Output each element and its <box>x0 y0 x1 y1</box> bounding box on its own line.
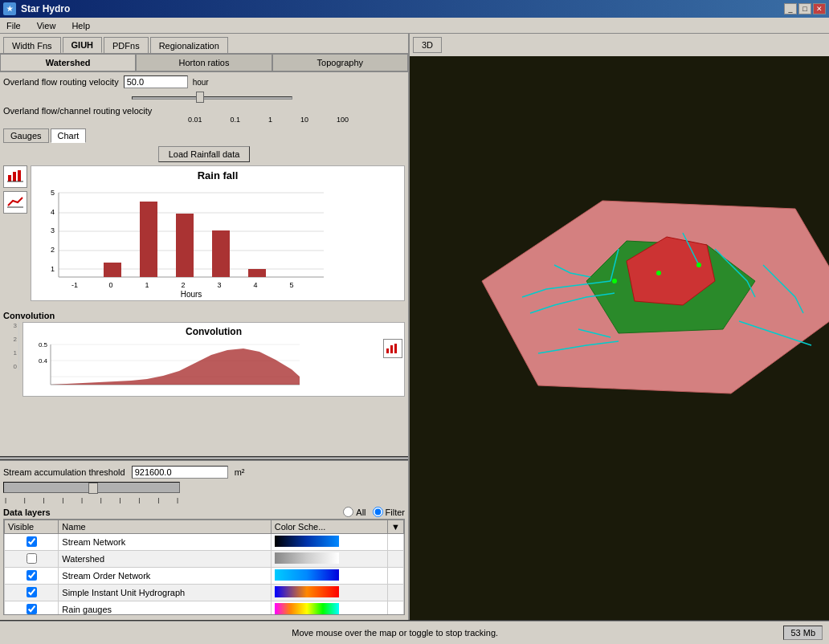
svg-rect-1 <box>13 172 16 181</box>
row-name-2: Stream Order Network <box>59 568 271 585</box>
svg-text:0.4: 0.4 <box>39 357 48 365</box>
svg-text:4: 4 <box>253 281 257 289</box>
menu-bar: File View Help <box>0 18 829 34</box>
convolution-section: Convolution 3210 Convolution <box>3 311 405 403</box>
svg-text:3: 3 <box>51 226 55 234</box>
tab-width-fns[interactable]: Width Fns <box>3 37 61 53</box>
memory-usage: 53 Mb <box>783 626 823 640</box>
svg-rect-33 <box>390 345 393 353</box>
radio-all-label[interactable]: All <box>343 507 365 517</box>
row-visible-0[interactable] <box>5 534 59 551</box>
svg-text:1: 1 <box>51 265 55 273</box>
radio-filter-label[interactable]: Filter <box>373 507 405 517</box>
scale-labels: 0.01 0.1 1 10 100 <box>188 116 349 124</box>
menu-help[interactable]: Help <box>68 19 93 32</box>
svg-text:3: 3 <box>217 281 221 289</box>
conv-side-icons: 3210 <box>3 322 19 403</box>
maximize-button[interactable]: □ <box>798 3 811 14</box>
row-color-2 <box>271 568 387 585</box>
title-bar: ★ Star Hydro _ □ ✕ <box>0 0 829 18</box>
canvas-3d[interactable] <box>410 56 829 620</box>
svg-text:0.5: 0.5 <box>39 341 48 348</box>
sub-tab-watershed[interactable]: Watershed <box>0 54 136 71</box>
tab-3d[interactable]: 3D <box>413 37 442 53</box>
window-controls: _ □ ✕ <box>784 3 826 14</box>
col-scroll: ▼ <box>388 520 404 534</box>
table-row: Simple Instant Unit Hydrograph <box>5 585 404 601</box>
color-swatch-2 <box>275 569 339 581</box>
checkbox-1[interactable] <box>27 553 37 564</box>
threshold-label: Stream accumulation threshold <box>3 467 125 477</box>
overland-flow-label: Overland flow routing velocity <box>3 77 119 87</box>
row-visible-4[interactable] <box>5 601 59 616</box>
tab-chart[interactable]: Chart <box>51 128 87 143</box>
radio-all[interactable] <box>343 507 353 517</box>
convolution-svg: 0.5 0.4 <box>27 340 308 393</box>
sub-tab-horton[interactable]: Horton ratios <box>136 54 272 71</box>
svg-rect-34 <box>394 344 397 353</box>
content-area: Overland flow routing velocity hour Over… <box>0 72 408 456</box>
3d-tab-bar: 3D <box>410 34 829 56</box>
bar-4 <box>212 230 230 277</box>
terrain-svg <box>458 104 829 490</box>
checkbox-3[interactable] <box>27 587 37 597</box>
layers-table: Visible Name Color Sche... ▼ Stream Netw… <box>4 520 404 615</box>
svg-text:Hours: Hours <box>181 290 202 297</box>
threshold-ticks: |||||||||| <box>3 496 180 503</box>
convolution-chart-row: 3210 Convolution <box>3 322 405 403</box>
svg-text:-1: -1 <box>71 281 78 289</box>
checkbox-2[interactable] <box>27 570 37 581</box>
bar-0 <box>104 263 121 277</box>
scale-2: 1 <box>268 116 272 124</box>
overland-flow-row: Overland flow routing velocity hour <box>3 75 405 88</box>
radio-filter[interactable] <box>373 507 383 517</box>
data-layers-header: Data layers All Filter <box>3 507 405 517</box>
tab-pdfns[interactable]: PDFns <box>104 37 149 53</box>
status-message: Move mouse over the map or toggle to sto… <box>6 628 783 638</box>
row-color-1 <box>271 551 387 568</box>
svg-rect-2 <box>18 170 21 181</box>
load-rainfall-button[interactable]: Load Rainfall data <box>158 146 251 162</box>
close-button[interactable]: ✕ <box>813 3 826 14</box>
checkbox-4[interactable] <box>27 604 37 614</box>
minimize-button[interactable]: _ <box>784 3 797 14</box>
radio-group: All Filter <box>343 507 405 517</box>
threshold-input[interactable] <box>132 466 228 479</box>
chart-icon-1[interactable] <box>3 165 27 188</box>
sub-tab-topography[interactable]: Topography <box>272 54 408 71</box>
scale-1: 0.1 <box>231 116 241 124</box>
bottom-section: Stream accumulation threshold m² |||||||… <box>0 461 408 620</box>
threshold-slider[interactable] <box>3 482 180 493</box>
rainfall-chart: Rain fall 5 <box>31 165 405 301</box>
channel-routing-label: Overland flow/channel routing velocity <box>3 106 152 116</box>
conv-y-label: 3210 <box>3 322 19 370</box>
table-row: Rain gauges <box>5 601 404 616</box>
sub-tabs: Watershed Horton ratios Topography <box>0 53 408 72</box>
menu-view[interactable]: View <box>34 19 59 32</box>
tab-giuh[interactable]: GIUH <box>63 37 103 53</box>
convolution-chart: Convolution 0.5 0.4 <box>22 322 405 397</box>
row-visible-3[interactable] <box>5 585 59 601</box>
overland-slider[interactable] <box>132 90 292 104</box>
overland-flow-input[interactable] <box>124 75 188 88</box>
table-row: Watershed <box>5 551 404 568</box>
chart-icon-2[interactable] <box>3 191 27 214</box>
svg-text:5: 5 <box>289 281 293 289</box>
scale-3: 10 <box>300 116 308 124</box>
conv-chart-title: Convolution <box>27 326 401 337</box>
bar-2 <box>140 202 157 277</box>
svg-text:4: 4 <box>51 208 55 216</box>
color-swatch-4 <box>275 603 339 614</box>
svg-text:0: 0 <box>108 281 112 289</box>
row-visible-1[interactable] <box>5 551 59 568</box>
row-color-4 <box>271 601 387 616</box>
tab-gauges[interactable]: Gauges <box>3 128 49 143</box>
conv-mini-icon[interactable] <box>383 339 402 360</box>
checkbox-0[interactable] <box>27 536 37 547</box>
chart-side-icons <box>3 165 27 308</box>
menu-file[interactable]: File <box>3 19 24 32</box>
data-layers-title: Data layers <box>3 507 51 517</box>
svg-text:2: 2 <box>181 281 185 289</box>
row-visible-2[interactable] <box>5 568 59 585</box>
tab-regionalization[interactable]: Regionalization <box>150 37 228 53</box>
